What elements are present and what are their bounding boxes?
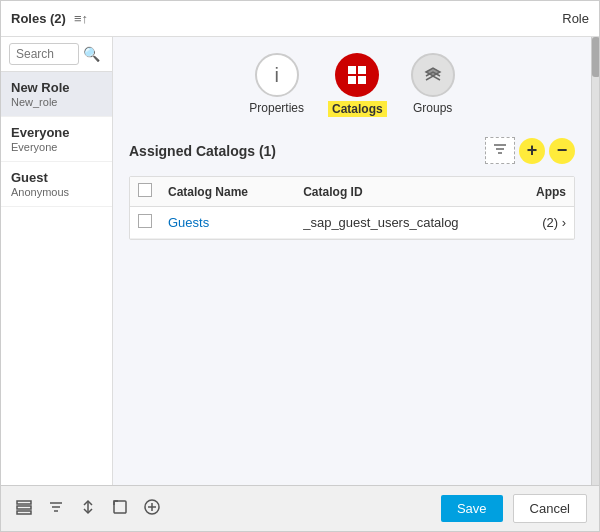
sidebar-item-guest[interactable]: Guest Anonymous [1,162,112,207]
sidebar-item-secondary: New_role [11,96,102,108]
tab-catalogs-label: Catalogs [328,101,387,117]
sidebar-item-secondary: Anonymous [11,186,102,198]
tabs: i Properties Catalogs [129,53,575,117]
refresh-icon[interactable] [109,496,131,522]
svg-rect-3 [358,76,366,84]
table-header: Catalog Name Catalog ID Apps [130,177,574,207]
svg-rect-0 [348,66,356,74]
svg-rect-7 [17,501,31,504]
sidebar-item-primary: Guest [11,170,102,185]
tab-groups[interactable]: Groups [411,53,455,117]
save-button[interactable]: Save [441,495,503,522]
filter-footer-icon[interactable] [45,496,67,522]
assigned-actions: + − [485,137,575,164]
header-check [138,183,168,200]
sidebar-item-secondary: Everyone [11,141,102,153]
assigned-header: Assigned Catalogs (1) + − [129,137,575,164]
tab-groups-label: Groups [413,101,452,115]
sidebar-item-new-role[interactable]: New Role New_role [1,72,112,117]
groups-icon [411,53,455,97]
content-area: i Properties Catalogs [113,37,591,485]
cancel-button[interactable]: Cancel [513,494,587,523]
sidebar-item-primary: Everyone [11,125,102,140]
filter-button[interactable] [485,137,515,164]
properties-icon: i [255,53,299,97]
col-catalog-id-header: Catalog ID [303,185,506,199]
catalogs-icon [335,53,379,97]
search-input[interactable] [9,43,79,65]
search-button[interactable]: 🔍 [83,46,100,62]
sidebar-item-primary: New Role [11,80,102,95]
main-area: 🔍 New Role New_role Everyone Everyone Gu… [1,37,599,485]
header-checkbox[interactable] [138,183,152,197]
search-bar: 🔍 [1,37,112,72]
role-label: Role [562,11,589,26]
sort-icon[interactable] [77,496,99,522]
svg-rect-1 [358,66,366,74]
sidebar: 🔍 New Role New_role Everyone Everyone Gu… [1,37,113,485]
row-check [138,214,168,231]
svg-rect-2 [348,76,356,84]
app-container: Roles (2) ≡↑ Role 🔍 New Role New_role Ev… [0,0,600,532]
row-checkbox[interactable] [138,214,152,228]
svg-rect-14 [114,501,126,513]
tab-catalogs[interactable]: Catalogs [328,53,387,117]
add-button[interactable]: + [519,138,545,164]
header-title: Roles (2) [11,11,66,26]
scrollbar-thumb[interactable] [592,37,599,77]
header: Roles (2) ≡↑ Role [1,1,599,37]
catalog-table: Catalog Name Catalog ID Apps Guests _sap… [129,176,575,240]
footer: Save Cancel [1,485,599,531]
add-footer-icon[interactable] [141,496,163,522]
col-apps-header: Apps [506,185,566,199]
svg-rect-8 [17,506,31,509]
svg-rect-9 [17,511,31,514]
remove-button[interactable]: − [549,138,575,164]
table-row: Guests _sap_guest_users_catalog (2) › [130,207,574,239]
col-catalog-name-header: Catalog Name [168,185,303,199]
filter-icon[interactable]: ≡↑ [74,11,88,26]
assigned-title: Assigned Catalogs (1) [129,143,485,159]
catalog-apps[interactable]: (2) › [506,215,566,230]
tab-properties[interactable]: i Properties [249,53,304,117]
tab-properties-label: Properties [249,101,304,115]
sidebar-item-everyone[interactable]: Everyone Everyone [1,117,112,162]
scrollbar[interactable] [591,37,599,485]
catalog-id: _sap_guest_users_catalog [303,215,506,230]
catalog-name[interactable]: Guests [168,215,303,230]
list-icon[interactable] [13,496,35,522]
